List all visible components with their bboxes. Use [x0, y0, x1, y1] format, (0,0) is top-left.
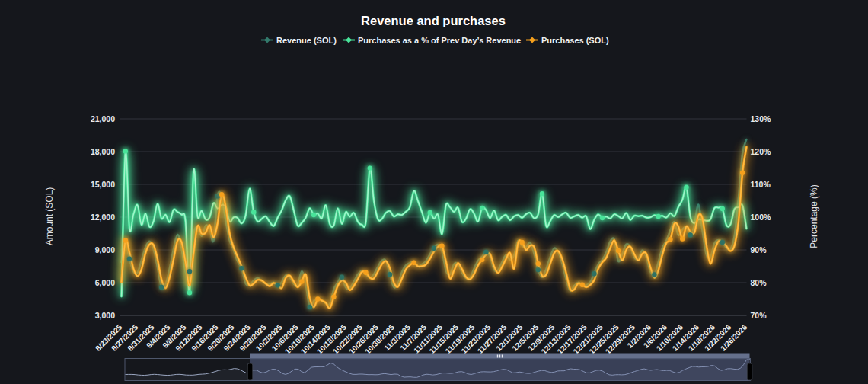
svg-text:130%: 130%: [751, 114, 772, 123]
svg-text:18,000: 18,000: [91, 147, 115, 156]
svg-text:70%: 70%: [751, 311, 767, 320]
svg-text:6,000: 6,000: [95, 278, 115, 287]
svg-text:9,000: 9,000: [95, 245, 115, 254]
svg-text:100%: 100%: [751, 213, 772, 222]
svg-text:110%: 110%: [751, 180, 771, 189]
svg-text:Purchases as a % of Prev Day’s: Purchases as a % of Prev Day’s Revenue: [358, 36, 521, 45]
svg-text:21,000: 21,000: [91, 114, 115, 123]
svg-text:Revenue and purchases: Revenue and purchases: [361, 14, 506, 27]
svg-text:120%: 120%: [751, 147, 772, 156]
svg-text:15,000: 15,000: [91, 180, 115, 189]
svg-text:12,000: 12,000: [91, 213, 115, 222]
svg-text:Percentage (%): Percentage (%): [809, 184, 819, 248]
svg-text:Revenue (SOL): Revenue (SOL): [276, 36, 337, 45]
svg-text:90%: 90%: [751, 245, 767, 254]
svg-text:Purchases (SOL): Purchases (SOL): [541, 36, 609, 45]
svg-text:3,000: 3,000: [95, 311, 115, 320]
svg-text:80%: 80%: [751, 278, 767, 287]
svg-text:Amount (SOL): Amount (SOL): [44, 187, 55, 246]
